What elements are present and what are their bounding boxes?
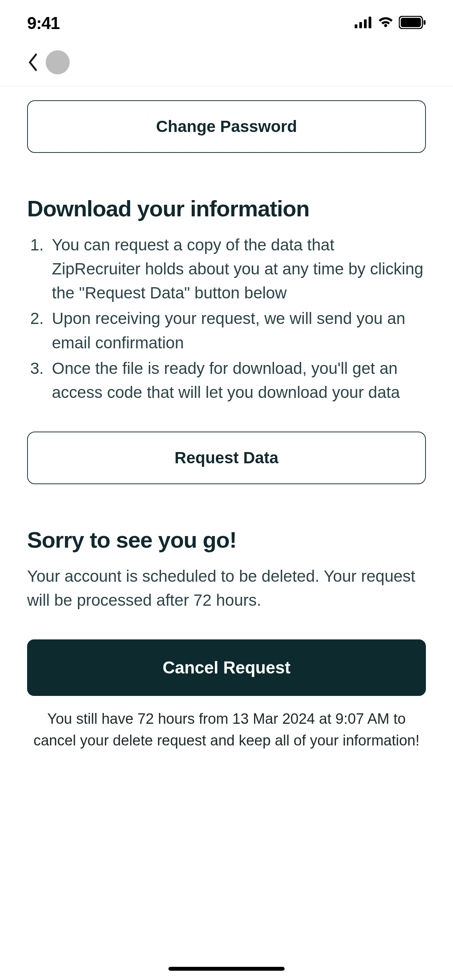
home-indicator[interactable] bbox=[168, 967, 285, 971]
list-number: 3. bbox=[27, 356, 52, 404]
list-item: 1. You can request a copy of the data th… bbox=[27, 233, 426, 305]
cancel-request-button[interactable]: Cancel Request bbox=[27, 639, 426, 696]
svg-rect-5 bbox=[401, 18, 421, 27]
delete-account-title: Sorry to see you go! bbox=[27, 527, 426, 553]
list-item: 2. Upon receiving your request, we will … bbox=[27, 307, 426, 355]
list-number: 2. bbox=[27, 307, 52, 355]
cellular-icon bbox=[355, 17, 372, 30]
list-text: Once the file is ready for download, you… bbox=[52, 356, 426, 404]
list-text: Upon receiving your request, we will sen… bbox=[52, 307, 426, 355]
download-steps-list: 1. You can request a copy of the data th… bbox=[27, 233, 426, 404]
svg-rect-2 bbox=[364, 19, 367, 28]
status-icons bbox=[355, 16, 426, 31]
list-text: You can request a copy of the data that … bbox=[52, 233, 426, 305]
battery-icon bbox=[399, 16, 426, 31]
svg-rect-3 bbox=[369, 17, 371, 28]
cancel-request-footnote: You still have 72 hours from 13 Mar 2024… bbox=[27, 708, 426, 751]
nav-header bbox=[0, 39, 453, 86]
main-content: Change Password Download your informatio… bbox=[0, 86, 453, 751]
avatar[interactable] bbox=[46, 50, 70, 74]
wifi-icon bbox=[377, 16, 394, 30]
svg-rect-0 bbox=[355, 24, 357, 28]
chevron-left-icon bbox=[27, 53, 38, 72]
back-button[interactable] bbox=[27, 53, 39, 72]
request-data-button[interactable]: Request Data bbox=[27, 432, 426, 484]
svg-rect-6 bbox=[424, 20, 426, 25]
download-info-title: Download your information bbox=[27, 195, 426, 221]
change-password-button[interactable]: Change Password bbox=[27, 100, 426, 153]
status-time: 9:41 bbox=[27, 14, 60, 33]
status-bar: 9:41 bbox=[0, 0, 453, 39]
list-item: 3. Once the file is ready for download, … bbox=[27, 356, 426, 404]
list-number: 1. bbox=[27, 233, 52, 305]
delete-account-body: Your account is scheduled to be deleted.… bbox=[27, 564, 426, 612]
svg-rect-1 bbox=[359, 22, 362, 28]
